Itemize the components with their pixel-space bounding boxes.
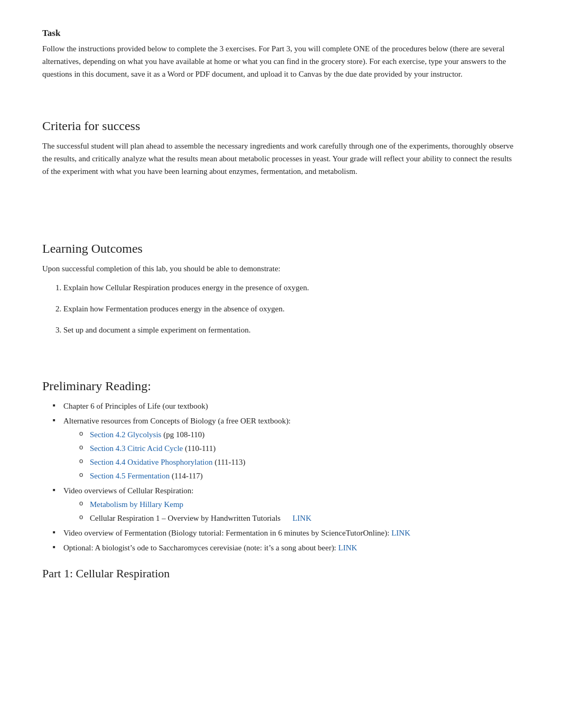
list-item: Video overview of Fermentation (Biology … [53, 527, 519, 539]
part1-section: Part 1: Cellular Respiration [42, 565, 519, 582]
sub-item-3-plain: (114-117) [170, 472, 203, 480]
list-item: Alternative resources from Concepts of B… [53, 414, 519, 482]
optional-link[interactable]: LINK [338, 543, 357, 552]
list-item: Metabolism by Hillary Kemp [79, 498, 519, 511]
list-item: Optional: A biologist’s ode to Saccharom… [53, 541, 519, 554]
learning-outcomes-intro: Upon successful completion of this lab, … [42, 262, 519, 275]
task-paragraph: Follow the instructions provided below t… [42, 42, 519, 80]
learning-outcomes-title: Learning Outcomes [42, 239, 519, 258]
section-45-link[interactable]: Section 4.5 Fermentation [90, 472, 170, 480]
task-title: Task [42, 26, 519, 40]
list-item: Explain how Fermentation produces energy… [63, 302, 519, 315]
part1-title: Part 1: Cellular Respiration [42, 565, 519, 582]
cellular-respiration-link[interactable]: LINK [293, 514, 312, 522]
list-item: Explain how Cellular Respiration produce… [63, 281, 519, 294]
learning-outcomes-list: Explain how Cellular Respiration produce… [42, 281, 519, 336]
sub-item-0-plain: (pg 108-110) [161, 430, 204, 439]
sub-list-oer: Section 4.2 Glycolysis (pg 108-110) Sect… [63, 428, 519, 482]
criteria-paragraph: The successful student will plan ahead t… [42, 140, 519, 178]
list-item: Set up and document a simple experiment … [63, 324, 519, 336]
criteria-title: Criteria for success [42, 116, 519, 135]
metabolism-link[interactable]: Metabolism by Hillary Kemp [90, 500, 183, 509]
preliminary-reading-list: Chapter 6 of Principles of Life (our tex… [42, 400, 519, 554]
list-item: Cellular Respiration 1 – Overview by Han… [79, 512, 519, 524]
list-item: Video overviews of Cellular Respiration:… [53, 484, 519, 524]
sub-list-videos: Metabolism by Hillary Kemp Cellular Resp… [63, 498, 519, 524]
bullet4-text: Video overview of Fermentation (Biology … [63, 529, 391, 537]
preliminary-reading-title: Preliminary Reading: [42, 376, 519, 395]
list-item: Section 4.5 Fermentation (114-117) [79, 469, 519, 482]
preliminary-reading-section: Preliminary Reading: Chapter 6 of Princi… [42, 376, 519, 554]
list-item: Section 4.2 Glycolysis (pg 108-110) [79, 428, 519, 441]
section-43-link[interactable]: Section 4.3 Citric Acid Cycle [90, 444, 183, 453]
list-item: Chapter 6 of Principles of Life (our tex… [53, 400, 519, 412]
section-42-link[interactable]: Section 4.2 Glycolysis [90, 430, 161, 439]
list-item: Section 4.3 Citric Acid Cycle (110-111) [79, 442, 519, 455]
bullet3-text: Video overviews of Cellular Respiration: [63, 486, 194, 495]
bullet1-text: Chapter 6 of Principles of Life (our tex… [63, 402, 208, 410]
cellular-respiration-text: Cellular Respiration 1 – Overview by Han… [90, 514, 280, 522]
bullet2-text: Alternative resources from Concepts of B… [63, 417, 291, 425]
bullet5-text: Optional: A biologist’s ode to Saccharom… [63, 543, 338, 552]
task-section: Task Follow the instructions provided be… [42, 26, 519, 80]
sub-item-2-plain: (111-113) [212, 458, 245, 466]
criteria-section: Criteria for success The successful stud… [42, 116, 519, 178]
list-item: Section 4.4 Oxidative Phosphorylation (1… [79, 456, 519, 468]
sub-item-1-plain: (110-111) [183, 444, 216, 453]
fermentation-video-link[interactable]: LINK [391, 529, 410, 537]
learning-outcomes-section: Learning Outcomes Upon successful comple… [42, 239, 519, 336]
section-44-link[interactable]: Section 4.4 Oxidative Phosphorylation [90, 458, 212, 466]
